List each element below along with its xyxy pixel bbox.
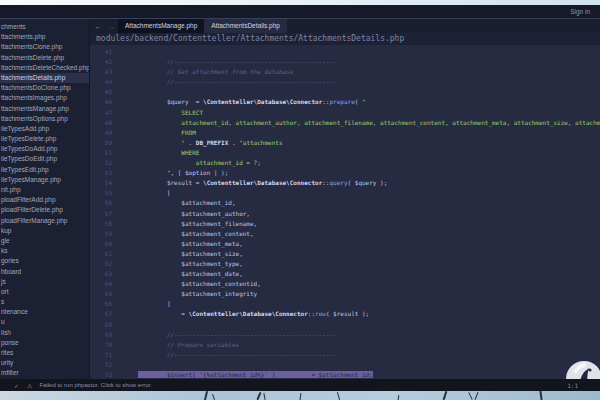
- code-line[interactable]: 67 = \Contentteller\Database\Connector::…: [90, 309, 600, 319]
- line-number: 50: [90, 138, 112, 148]
- branch-mark: [443, 391, 447, 400]
- sidebar-item[interactable]: rites: [0, 348, 89, 358]
- code-text: ]: [138, 299, 171, 309]
- line-number: 45: [90, 87, 112, 97]
- code-line[interactable]: 41: [90, 47, 600, 57]
- code-line[interactable]: 42 //-----------------------------------…: [90, 57, 600, 67]
- branch-mark: [212, 394, 215, 400]
- sidebar-item[interactable]: ttachmentsDetails.php: [0, 73, 89, 83]
- code-line[interactable]: 43 // Get attachment from the database: [90, 67, 600, 77]
- code-line[interactable]: 59 $attachment_content,: [90, 229, 600, 239]
- nav-arrows: ← →: [95, 19, 115, 33]
- code-line[interactable]: 50 " . DB_PREFIX . "attachments: [90, 138, 600, 148]
- cursor-position[interactable]: 1:1: [567, 382, 578, 389]
- code-line[interactable]: 60 $attachment_meta,: [90, 239, 600, 249]
- code-text: $attachment_content,: [138, 229, 254, 239]
- sidebar-item[interactable]: ks: [0, 246, 89, 256]
- code-line[interactable]: 46 $query = \Contentteller\Database\Conn…: [90, 97, 600, 107]
- sidebar-item[interactable]: ploadFilterAdd.php: [0, 195, 89, 205]
- sidebar-item[interactable]: ttachments.php: [0, 32, 89, 42]
- sidebar-item[interactable]: ploadFilterDelete.php: [0, 205, 89, 215]
- code-line[interactable]: 62 $attachment_type,: [90, 259, 600, 269]
- back-arrow-icon[interactable]: ←: [95, 23, 102, 30]
- code-text: attachment_id = ?;: [138, 158, 261, 168]
- sidebar-item[interactable]: ttachmentsDoClone.php: [0, 83, 89, 93]
- sidebar-item[interactable]: ort: [0, 287, 89, 297]
- code-line[interactable]: 47 SELECT: [90, 108, 600, 118]
- code-line[interactable]: 44 //-----------------------------------…: [90, 77, 600, 87]
- branch-mark: [337, 392, 340, 400]
- code-line[interactable]: 71 //-----------------------------------…: [90, 350, 600, 360]
- sidebar-item[interactable]: ntenance: [0, 307, 89, 317]
- code-text: WHERE: [138, 148, 199, 158]
- code-line[interactable]: 51 WHERE: [90, 148, 600, 158]
- code-line[interactable]: 58 $attachment_filename,: [90, 219, 600, 229]
- sidebar-item[interactable]: ttachmentsClone.php: [0, 42, 89, 52]
- code-line[interactable]: 64 $attachment_contentid,: [90, 279, 600, 289]
- sidebar-item[interactable]: ileTypesDoAdd.php: [0, 144, 89, 154]
- code-line[interactable]: 63 $attachment_date,: [90, 269, 600, 279]
- sidebar-item[interactable]: chments: [0, 22, 89, 32]
- line-number: 59: [90, 229, 112, 239]
- code-text: // Get attachment from the database: [138, 67, 293, 77]
- sidebar-item[interactable]: ttachmentsOptions.php: [0, 114, 89, 124]
- sidebar-item[interactable]: ttachmentsImages.php: [0, 93, 89, 103]
- code-text: $attachment_size,: [138, 249, 243, 259]
- line-number: 69: [90, 330, 112, 340]
- tab-strip: AttachmentsManage.phpAttachmentsDetails.…: [118, 19, 287, 33]
- code-line[interactable]: 65 $attachment_integrity: [90, 289, 600, 299]
- code-text: //--------------------------------------…: [138, 330, 337, 340]
- branch-mark: [263, 393, 265, 400]
- sidebar-item[interactable]: urity: [0, 358, 89, 368]
- bottom-backdrop-strip: [0, 391, 600, 400]
- code-line[interactable]: 66 ]: [90, 299, 600, 309]
- sidebar-item[interactable]: ileTypesEdit.php: [0, 165, 89, 175]
- line-number: 57: [90, 209, 112, 219]
- code-line[interactable]: 72: [90, 360, 600, 370]
- code-text: $attachment_meta,: [138, 239, 243, 249]
- code-line[interactable]: 57 $attachment_author,: [90, 209, 600, 219]
- sidebar-item[interactable]: ttachmentsDelete.php: [0, 53, 89, 63]
- code-line[interactable]: 53 ", [ $option ] );: [90, 168, 600, 178]
- code-text: //--------------------------------------…: [138, 77, 337, 87]
- code-text: $attachment_id,: [138, 198, 236, 208]
- code-line[interactable]: 49 FROM: [90, 128, 600, 138]
- sidebar-item[interactable]: gories: [0, 256, 89, 266]
- sidebar-item[interactable]: gle: [0, 236, 89, 246]
- sidebar-item[interactable]: js: [0, 277, 89, 287]
- forward-arrow-icon[interactable]: →: [108, 23, 115, 30]
- editor-window: chmentsttachments.phpttachmentsClone.php…: [0, 18, 600, 379]
- sidebar-item[interactable]: ileTypesAdd.php: [0, 124, 89, 134]
- sidebar-item[interactable]: lish: [0, 328, 89, 338]
- file-sidebar: chmentsttachments.phpttachmentsClone.php…: [0, 19, 90, 380]
- sidebar-item[interactable]: nit.php: [0, 185, 89, 195]
- sidebar-item[interactable]: ploadFilterManage.php: [0, 216, 89, 226]
- sidebar-item[interactable]: ileTypesDoEdit.php: [0, 154, 89, 164]
- code-area[interactable]: 4142 //---------------------------------…: [90, 45, 600, 380]
- code-line[interactable]: 56 $attachment_id,: [90, 198, 600, 208]
- sidebar-item[interactable]: s: [0, 297, 89, 307]
- sidebar-item[interactable]: ponse: [0, 338, 89, 348]
- code-line[interactable]: 70 // Prepare variables: [90, 340, 600, 350]
- code-line[interactable]: 45: [90, 87, 600, 97]
- code-line[interactable]: 61 $attachment_size,: [90, 249, 600, 259]
- status-message[interactable]: Failed to run phpactor. Click to show er…: [39, 382, 151, 388]
- sidebar-item[interactable]: ttachmentsDeleteChecked.php: [0, 63, 89, 73]
- sign-in-link[interactable]: Sign in: [570, 8, 590, 15]
- sidebar-item[interactable]: ttachmentsManage.php: [0, 104, 89, 114]
- code-line[interactable]: 55 [: [90, 188, 600, 198]
- sidebar-item[interactable]: kup: [0, 226, 89, 236]
- editor-tab[interactable]: AttachmentsDetails.php: [204, 19, 287, 33]
- code-line[interactable]: 52 attachment_id = ?;: [90, 158, 600, 168]
- code-line[interactable]: 69 //-----------------------------------…: [90, 330, 600, 340]
- sidebar-item[interactable]: ileTypesManage.php: [0, 175, 89, 185]
- editor-tab[interactable]: AttachmentsManage.php: [118, 19, 204, 33]
- code-line[interactable]: 54 $result = \Contentteller\Database\Con…: [90, 178, 600, 188]
- code-line[interactable]: 68: [90, 320, 600, 330]
- sidebar-item[interactable]: u: [0, 317, 89, 327]
- line-number: 48: [90, 118, 112, 128]
- code-line[interactable]: 48 attachment_id, attachment_author, att…: [90, 118, 600, 128]
- sidebar-item[interactable]: hboard: [0, 267, 89, 277]
- sidebar-item[interactable]: ileTypesDelete.php: [0, 134, 89, 144]
- sidebar-item[interactable]: mfilter: [0, 368, 89, 378]
